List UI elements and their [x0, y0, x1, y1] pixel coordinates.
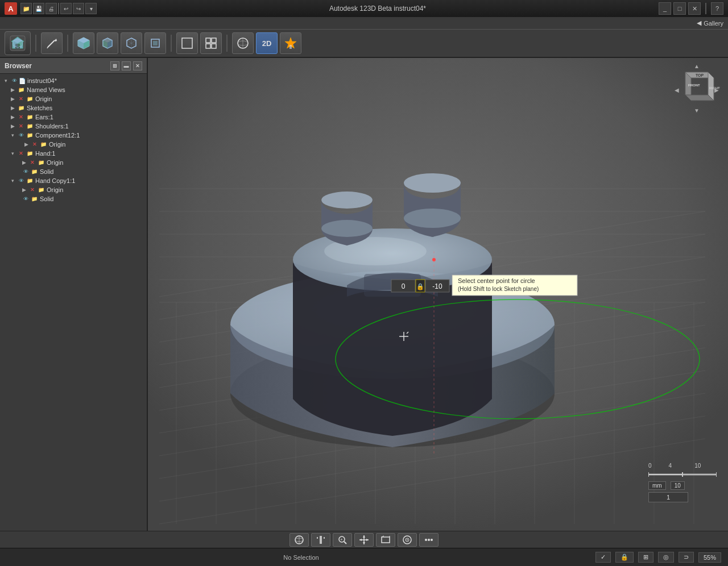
- sphere-btn[interactable]: [232, 32, 254, 54]
- browser-settings-btn[interactable]: ▬: [122, 61, 131, 70]
- cube-right-icon: [148, 36, 162, 50]
- zoom-window-icon: +: [337, 534, 348, 546]
- undo-btn[interactable]: ↩: [60, 3, 72, 14]
- svg-point-127: [428, 539, 430, 541]
- svg-rect-33: [289, 45, 292, 49]
- svg-rect-24: [182, 38, 192, 48]
- shoulders-label: Shoulders:1: [35, 123, 69, 130]
- window-restore[interactable]: □: [673, 2, 686, 15]
- zoom-window-btn[interactable]: +: [333, 533, 352, 547]
- look-btn[interactable]: [398, 533, 417, 547]
- hand-origin-expand[interactable]: ▶: [20, 159, 27, 166]
- handcopy-origin-folder-icon: 📁: [37, 186, 45, 193]
- tree-named-views[interactable]: ▶ 📁 Named Views: [0, 85, 147, 94]
- view-right-btn[interactable]: [144, 32, 166, 54]
- tree-handcopy-origin[interactable]: ▶ ✕ 📁 Origin: [0, 185, 147, 194]
- status-magnet[interactable]: ⊃: [679, 552, 694, 563]
- tree-hand[interactable]: ▾ ✕ 📁 Hand:1: [0, 149, 147, 158]
- redo-btn[interactable]: ↪: [73, 3, 84, 14]
- window-minimize[interactable]: _: [659, 2, 671, 15]
- handcopy-expand[interactable]: ▾: [9, 177, 16, 184]
- svg-text:🔒: 🔒: [416, 282, 424, 290]
- display-single-btn[interactable]: [176, 32, 198, 54]
- orbit-icon: [293, 534, 305, 546]
- orbit-btn[interactable]: [289, 533, 309, 547]
- root-expand[interactable]: ▾: [2, 77, 9, 84]
- named-views-expand[interactable]: ▶: [9, 86, 16, 93]
- status-grid[interactable]: ⊞: [638, 552, 653, 563]
- sep: [58, 3, 59, 14]
- hand-origin-folder-icon: 📁: [37, 159, 45, 166]
- status-percent[interactable]: 55%: [698, 552, 721, 563]
- handcopy-solid-icons: 👁 📁: [22, 195, 38, 202]
- gallery-arrow[interactable]: ◀: [697, 19, 701, 27]
- svg-text:▶: ▶: [714, 87, 719, 93]
- origin1-expand[interactable]: ▶: [9, 95, 16, 102]
- tree-handcopy-solid[interactable]: ▶ 👁 📁 Solid: [0, 194, 147, 203]
- star-btn[interactable]: [280, 32, 301, 54]
- shoulders-expand[interactable]: ▶: [9, 123, 16, 130]
- svg-marker-118: [359, 539, 362, 541]
- svg-point-125: [407, 539, 408, 540]
- handcopy-origin-label: Origin: [47, 186, 63, 193]
- sketches-expand[interactable]: ▶: [9, 105, 16, 111]
- tree-hand-solid[interactable]: ▶ 👁 📁 Solid: [0, 167, 147, 176]
- display-quad-icon: [204, 36, 218, 50]
- sketch-tool-btn[interactable]: [41, 32, 63, 54]
- option-btn[interactable]: ▾: [85, 3, 97, 14]
- svg-text:-10: -10: [432, 282, 442, 290]
- tree-component12[interactable]: ▾ 👁 📁 Component12:1: [0, 131, 147, 140]
- handcopy-origin-expand[interactable]: ▶: [20, 186, 27, 193]
- tree-root[interactable]: ▾ 👁 📄 instruct04*: [0, 76, 147, 85]
- tree-origin-1[interactable]: ▶ ✕ 📁 Origin: [0, 94, 147, 103]
- sketches-label: Sketches: [27, 105, 52, 111]
- viewport[interactable]: 0 🔒 -10 Select center point for circle (…: [148, 58, 728, 531]
- handcopy-eye-icon: 👁: [17, 177, 25, 184]
- viewcube[interactable]: TOP FRONT RIGHT ▲ ▼ ◀ ▶: [671, 64, 722, 115]
- frame-icon: [380, 534, 391, 546]
- browser-close-btn[interactable]: ✕: [133, 61, 142, 70]
- star-icon: [284, 36, 297, 50]
- root-label: instruct04*: [27, 77, 57, 84]
- svg-text:TOP: TOP: [696, 73, 704, 77]
- status-snap[interactable]: ◎: [658, 552, 674, 563]
- status-lock[interactable]: 🔒: [615, 552, 634, 563]
- cube-front-icon: [101, 36, 114, 50]
- svg-text:▲: ▲: [694, 64, 700, 69]
- hand-origin-icons: ✕ 📁: [28, 159, 45, 166]
- comp12-origin-expand[interactable]: ▶: [23, 141, 30, 148]
- help-btn[interactable]: ?: [711, 2, 723, 15]
- menu-btn-3[interactable]: 🖨: [46, 3, 57, 14]
- display-quad-btn[interactable]: [200, 32, 222, 54]
- menu-btn-2[interactable]: 💾: [33, 3, 44, 14]
- tree-ears[interactable]: ▶ ✕ 📁 Ears:1: [0, 113, 147, 122]
- tree-component12-origin[interactable]: ▶ ✕ 📁 Origin: [0, 140, 147, 149]
- view-solid-btn[interactable]: [73, 32, 94, 54]
- tree-sketches[interactable]: ▶ 📁 Sketches: [0, 103, 147, 113]
- svg-text:(Hold Shift to lock Sketch pla: (Hold Shift to lock Sketch plane): [458, 286, 539, 292]
- pan-btn[interactable]: [311, 533, 330, 547]
- scale-mark-0: 0: [648, 463, 652, 469]
- tree-shoulders[interactable]: ▶ ✕ 📁 Shoulders:1: [0, 122, 147, 131]
- view-front-btn[interactable]: [97, 32, 118, 54]
- main-area: Browser ⊞ ▬ ✕ ▾ 👁 📄 instruct04* ▶: [0, 58, 728, 531]
- tree-hand-origin[interactable]: ▶ ✕ 📁 Origin: [0, 158, 147, 167]
- selection-status: No Selection: [7, 554, 595, 561]
- browser-expand-btn[interactable]: ⊞: [110, 61, 119, 70]
- home-icon: [9, 35, 26, 52]
- frame-btn[interactable]: [376, 533, 395, 547]
- home-button[interactable]: [5, 31, 31, 55]
- component12-expand[interactable]: ▾: [9, 132, 16, 139]
- more-btn[interactable]: [419, 533, 439, 547]
- status-check[interactable]: ✓: [595, 552, 611, 563]
- svg-text:Select center point for circle: Select center point for circle: [458, 277, 535, 284]
- menu-btn-1[interactable]: 📁: [20, 3, 32, 14]
- 2d-btn[interactable]: 2D: [256, 32, 278, 54]
- window-close[interactable]: ✕: [688, 2, 701, 15]
- hand-expand[interactable]: ▾: [9, 150, 16, 157]
- move-btn[interactable]: [354, 533, 374, 547]
- tree-handcopy[interactable]: ▾ 👁 📁 Hand Copy1:1: [0, 176, 147, 185]
- view-home-btn[interactable]: [121, 32, 142, 54]
- ears-expand[interactable]: ▶: [9, 114, 16, 120]
- pencil-icon: [46, 37, 58, 49]
